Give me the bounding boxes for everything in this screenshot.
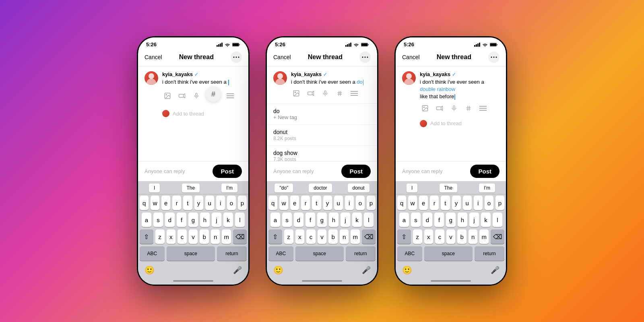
mic-key-3[interactable]: 🎤	[487, 264, 503, 276]
key-s-3[interactable]: s	[411, 213, 421, 227]
return-key-1[interactable]: return	[217, 246, 247, 261]
key-g-2[interactable]: g	[317, 213, 327, 227]
menu-icon-3[interactable]	[478, 103, 488, 114]
key-t-2[interactable]: t	[312, 196, 321, 210]
space-key-1[interactable]: space	[167, 246, 215, 261]
key-n-1[interactable]: n	[211, 229, 220, 244]
key-x-1[interactable]: x	[167, 229, 176, 244]
key-b-1[interactable]: b	[200, 229, 209, 244]
key-c-1[interactable]: c	[178, 229, 187, 244]
key-m-3[interactable]: m	[479, 229, 489, 244]
return-key-3[interactable]: return	[475, 246, 504, 261]
space-key-2[interactable]: space	[295, 246, 344, 261]
key-e-3[interactable]: e	[419, 196, 428, 210]
post-button-3[interactable]: Post	[470, 165, 500, 178]
suggestion-3-0[interactable]: I	[407, 184, 417, 192]
key-g-1[interactable]: g	[188, 213, 198, 227]
video-icon-1[interactable]	[177, 91, 187, 101]
key-n-3[interactable]: n	[469, 229, 478, 244]
key-z-1[interactable]: z	[155, 229, 165, 244]
key-w-1[interactable]: w	[151, 196, 159, 210]
key-b-2[interactable]: b	[328, 229, 338, 244]
compose-text-1[interactable]: i don't think i've ever seen a	[162, 78, 242, 86]
image-icon-2[interactable]	[291, 88, 301, 99]
key-f-2[interactable]: f	[305, 213, 315, 227]
key-r-1[interactable]: r	[172, 196, 181, 210]
key-f-1[interactable]: f	[177, 213, 186, 227]
key-w-3[interactable]: w	[408, 196, 417, 210]
emoji-key-1[interactable]: 🙂	[141, 264, 158, 277]
tag-item-donut[interactable]: donut 8.2K posts	[267, 125, 377, 146]
video-icon-2[interactable]	[305, 88, 316, 99]
key-m-2[interactable]: m	[351, 229, 360, 244]
menu-icon-1[interactable]	[225, 91, 235, 101]
abc-key-3[interactable]: ABC	[397, 246, 422, 261]
suggestion-2-0[interactable]: "do"	[275, 184, 293, 192]
image-icon-3[interactable]	[420, 103, 430, 114]
shift-key-3[interactable]: ⇧	[397, 229, 411, 244]
key-d-1[interactable]: d	[165, 213, 175, 227]
key-y-2[interactable]: y	[323, 196, 332, 210]
key-e-2[interactable]: e	[290, 196, 299, 210]
abc-key-2[interactable]: ABC	[268, 246, 293, 261]
tag-item-do-new[interactable]: do + New tag	[267, 104, 377, 125]
cancel-button-2[interactable]: Cancel	[273, 54, 291, 60]
key-o-2[interactable]: o	[356, 196, 365, 210]
suggestion-1-0[interactable]: I	[149, 184, 160, 192]
key-f-3[interactable]: f	[434, 213, 444, 227]
key-l-3[interactable]: l	[493, 213, 502, 227]
key-k-3[interactable]: k	[481, 213, 491, 227]
mic-key-1[interactable]: 🎤	[230, 264, 245, 276]
key-j-2[interactable]: j	[341, 213, 350, 227]
key-w-2[interactable]: w	[279, 196, 288, 210]
key-a-2[interactable]: a	[270, 213, 280, 227]
hashtag-icon-2[interactable]	[334, 88, 345, 99]
key-i-2[interactable]: i	[345, 196, 354, 210]
key-d-2[interactable]: d	[294, 213, 303, 227]
key-v-1[interactable]: v	[189, 229, 198, 244]
more-button-1[interactable]	[231, 52, 242, 63]
add-to-thread-1[interactable]: Add to thread	[162, 108, 248, 120]
post-button-1[interactable]: Post	[213, 165, 242, 178]
image-icon-1[interactable]	[162, 91, 173, 101]
key-q-3[interactable]: q	[397, 196, 406, 210]
key-t-3[interactable]: t	[441, 196, 450, 210]
key-h-3[interactable]: h	[458, 213, 467, 227]
key-v-3[interactable]: v	[446, 229, 456, 244]
key-h-2[interactable]: h	[329, 213, 339, 227]
delete-key-3[interactable]: ⌫	[491, 229, 504, 244]
key-y-3[interactable]: y	[452, 196, 461, 210]
hashtag-popup-1[interactable]: #	[206, 87, 221, 102]
more-button-3[interactable]	[488, 52, 500, 63]
mic-key-2[interactable]: 🎤	[359, 264, 374, 276]
key-j-3[interactable]: j	[469, 213, 479, 227]
mic-icon-1[interactable]	[191, 91, 202, 101]
compose-text-3[interactable]: i don't think i've ever seen a double ra…	[420, 78, 500, 101]
key-p-3[interactable]: p	[495, 196, 504, 210]
suggestion-1-2[interactable]: I'm	[221, 184, 237, 192]
key-q-1[interactable]: q	[140, 196, 149, 210]
key-u-1[interactable]: u	[205, 196, 214, 210]
key-g-3[interactable]: g	[446, 213, 456, 227]
more-button-2[interactable]	[359, 52, 371, 63]
key-d-3[interactable]: d	[423, 213, 432, 227]
key-i-3[interactable]: i	[474, 196, 483, 210]
cancel-button-1[interactable]: Cancel	[144, 54, 162, 60]
key-r-3[interactable]: r	[430, 196, 439, 210]
key-x-2[interactable]: x	[295, 229, 305, 244]
key-s-2[interactable]: s	[282, 213, 292, 227]
key-l-2[interactable]: l	[364, 213, 374, 227]
key-a-1[interactable]: a	[142, 213, 151, 227]
key-u-2[interactable]: u	[334, 196, 343, 210]
suggestion-2-2[interactable]: donut	[348, 184, 369, 192]
key-o-1[interactable]: o	[227, 196, 236, 210]
key-r-2[interactable]: r	[301, 196, 310, 210]
shift-key-2[interactable]: ⇧	[268, 229, 282, 244]
suggestion-3-2[interactable]: I'm	[479, 184, 495, 192]
key-z-2[interactable]: z	[284, 229, 293, 244]
return-key-2[interactable]: return	[346, 246, 376, 261]
key-t-1[interactable]: t	[183, 196, 192, 210]
key-m-1[interactable]: m	[222, 229, 231, 244]
emoji-key-3[interactable]: 🙂	[399, 264, 415, 277]
key-v-2[interactable]: v	[318, 229, 327, 244]
